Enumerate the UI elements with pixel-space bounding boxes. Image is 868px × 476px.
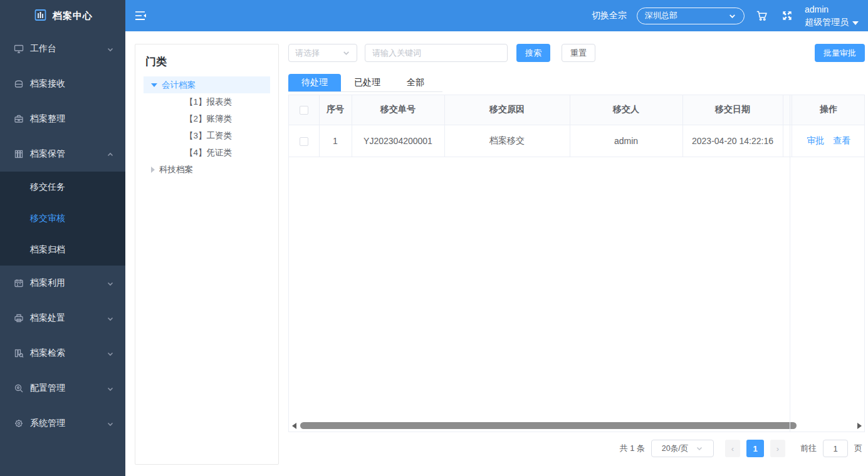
- next-page-button[interactable]: ›: [770, 440, 785, 457]
- switch-fonds-label: 切换全宗: [592, 10, 627, 21]
- keyword-input[interactable]: [365, 44, 508, 62]
- tree-node-science-tech[interactable]: 科技档案: [144, 161, 270, 178]
- main-area: 切换全宗 深圳总部 admin 超级管理员 门类: [125, 0, 868, 476]
- toolbox-icon: [14, 114, 24, 124]
- search-button[interactable]: 搜索: [516, 44, 550, 62]
- caret-down-icon: [852, 21, 859, 25]
- select-all-checkbox[interactable]: [300, 106, 308, 115]
- sidebar-item-workbench[interactable]: 工作台: [0, 31, 125, 66]
- org-select-value: 深圳总部: [645, 10, 677, 21]
- sidebar-item-archive-organize[interactable]: 档案整理: [0, 101, 125, 137]
- col-date: 移交日期: [682, 95, 783, 125]
- org-select[interactable]: 深圳总部: [637, 8, 745, 24]
- chevron-down-icon: [342, 49, 350, 57]
- scrollbar-track[interactable]: [298, 421, 855, 430]
- config-search-icon: [14, 383, 24, 393]
- table-row: 1 YJ202304200001 档案移交 admin 2023-04-20 1…: [289, 125, 865, 157]
- row-transfer-no: YJ202304200001: [352, 125, 444, 157]
- goto-suffix: 页: [854, 443, 862, 454]
- top-header: 切换全宗 深圳总部 admin 超级管理员: [125, 0, 868, 31]
- user-name: admin: [805, 3, 849, 16]
- sidebar-item-config-management[interactable]: 配置管理: [0, 371, 125, 406]
- horizontal-scrollbar: [290, 421, 863, 430]
- row-select-cell: [289, 125, 319, 157]
- chevron-down-icon: [696, 445, 703, 452]
- scroll-left-arrow[interactable]: [290, 421, 298, 430]
- sidebar-item-label: 档案处置: [30, 313, 107, 324]
- tab-all[interactable]: 全部: [394, 74, 437, 91]
- col-transfer-no: 移交单号: [352, 95, 444, 125]
- batch-approve-button[interactable]: 批量审批: [815, 44, 865, 62]
- filter-select[interactable]: 请选择: [288, 44, 357, 62]
- view-link[interactable]: 查看: [833, 135, 850, 145]
- row-date: 2023-04-20 14:22:16: [682, 125, 783, 157]
- submenu-item-transfer-task[interactable]: 移交任务: [0, 172, 125, 203]
- fullscreen-icon[interactable]: [780, 8, 795, 23]
- col-person: 移交人: [570, 95, 682, 125]
- chevron-down-icon: [107, 45, 114, 53]
- chevron-down-icon: [107, 349, 114, 357]
- page-size-value: 20条/页: [662, 443, 688, 454]
- goto-page-input[interactable]: [823, 440, 848, 457]
- sidebar-item-archive-disposal[interactable]: 档案处置: [0, 301, 125, 336]
- approve-link[interactable]: 审批: [807, 135, 824, 145]
- sidebar-item-archive-custody[interactable]: 档案保管: [0, 137, 125, 172]
- list-panel: 请选择 搜索 重置 批量审批 待处理 已处理 全部: [288, 44, 865, 465]
- chevron-down-icon: [107, 420, 114, 427]
- chevron-down-icon: [107, 279, 114, 287]
- page-number-1[interactable]: 1: [746, 440, 764, 457]
- chevron-down-icon: [107, 314, 114, 322]
- sidebar-menu: 工作台 档案接收 档案整理 档案保管 移交任务 移交审核 档案归档: [0, 31, 125, 476]
- tree-node-label: 【1】报表类: [185, 96, 232, 108]
- submenu-item-label: 移交任务: [30, 182, 65, 193]
- row-seq: 1: [319, 125, 352, 157]
- app-logo[interactable]: 档案中心: [0, 0, 125, 31]
- sidebar-item-archive-search[interactable]: 档案检索: [0, 336, 125, 371]
- table-header-row: 序号 移交单号 移交原因 移交人 移交日期 操作: [289, 95, 865, 125]
- tree-node-salary-class[interactable]: 【3】工资类: [144, 127, 270, 144]
- sidebar-collapse-icon[interactable]: [135, 9, 149, 22]
- tree-node-label: 【2】账簿类: [185, 113, 232, 125]
- page-size-select[interactable]: 20条/页: [651, 440, 714, 457]
- row-reason: 档案移交: [444, 125, 570, 157]
- tree-node-voucher-class[interactable]: 【4】凭证类: [144, 144, 270, 161]
- chevron-down-icon: [107, 385, 114, 392]
- sidebar-item-system-management[interactable]: 系统管理: [0, 406, 125, 441]
- sidebar-item-archive-use[interactable]: 档案利用: [0, 266, 125, 301]
- tree-node-ledger-class[interactable]: 【2】账簿类: [144, 110, 270, 127]
- chevron-down-icon: [728, 12, 736, 20]
- archive-logo-icon: [33, 8, 48, 24]
- inbox-bag-icon: [14, 79, 24, 89]
- scrollbar-thumb[interactable]: [300, 422, 797, 429]
- sidebar-item-label: 档案检索: [30, 348, 107, 359]
- submenu-item-transfer-review[interactable]: 移交审核: [0, 203, 125, 234]
- transfer-table: 序号 移交单号 移交原因 移交人 移交日期 操作 1: [288, 95, 865, 432]
- tab-pending[interactable]: 待处理: [288, 74, 341, 91]
- prev-page-button[interactable]: ‹: [725, 440, 740, 457]
- tree-node-report-class[interactable]: 【1】报表类: [144, 93, 270, 110]
- monitor-icon: [14, 44, 24, 54]
- scroll-right-arrow[interactable]: [855, 421, 863, 430]
- tree-node-label: 【3】工资类: [185, 130, 232, 142]
- user-dropdown[interactable]: admin 超级管理员: [805, 3, 859, 29]
- total-count: 共 1 条: [620, 443, 645, 454]
- tab-processed[interactable]: 已处理: [341, 74, 394, 91]
- sidebar-item-label: 档案整理: [30, 113, 114, 125]
- sidebar-item-label: 档案保管: [30, 148, 107, 160]
- goto-label: 前往: [800, 443, 817, 454]
- filter-bar: 请选择 搜索 重置 批量审批: [288, 44, 865, 62]
- reset-button[interactable]: 重置: [562, 44, 595, 62]
- tree-node-label: 会计档案: [162, 80, 196, 91]
- row-checkbox[interactable]: [300, 137, 308, 146]
- chevron-up-icon: [107, 150, 114, 158]
- category-tree-panel: 门类 会计档案 【1】报表类 【2】账簿类 【3】工资类 【4】凭证类 科技档案: [135, 44, 279, 465]
- tree-node-label: 【4】凭证类: [185, 147, 232, 158]
- submenu-item-archive-filing[interactable]: 档案归档: [0, 234, 125, 266]
- filter-select-placeholder: 请选择: [295, 48, 320, 59]
- cart-icon[interactable]: [755, 8, 770, 23]
- row-actions: 审批 查看: [792, 125, 865, 157]
- tree-node-accounting[interactable]: 会计档案: [144, 76, 270, 93]
- col-seq: 序号: [319, 95, 352, 125]
- sidebar-item-archive-receive[interactable]: 档案接收: [0, 66, 125, 101]
- submenu-item-label: 移交审核: [30, 213, 65, 224]
